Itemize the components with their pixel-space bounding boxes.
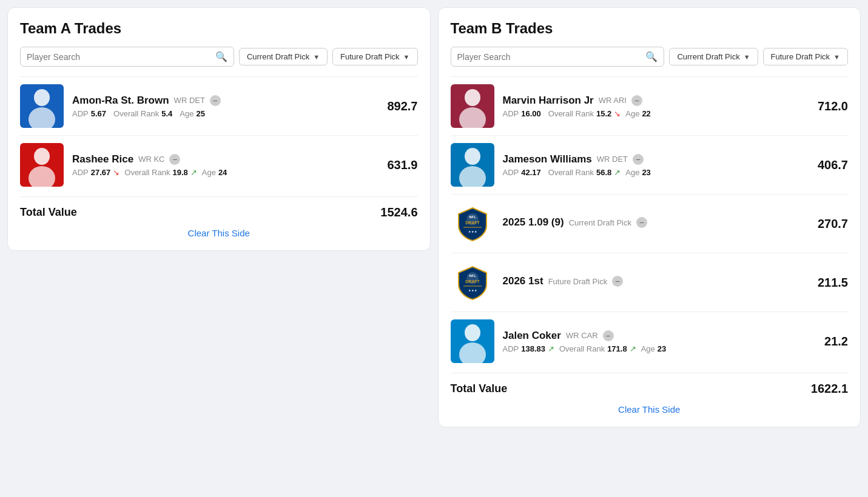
player-row-draft-2025: NFL DRAFT ★ ★ ★ 2025 1.09 (9) Current Dr… — [451, 194, 849, 253]
remove-amon-ra-button[interactable]: – — [210, 95, 221, 106]
player-value-rashee-rice: 631.9 — [382, 158, 418, 172]
player-info-marvin-harrison: Marvin Harrison Jr WR ARI – ADP 16.00 Ov… — [503, 95, 802, 118]
player-name-jameson-williams: Jameson Williams — [503, 153, 592, 165]
player-row-jalen-coker: Jalen Coker WR CAR – ADP 138.83 ↗ Overal… — [451, 312, 849, 370]
draft-info-2026: 2026 1st Future Draft Pick – — [503, 275, 802, 290]
team-b-current-draft-pick-dropdown[interactable]: Current Draft Pick ▼ — [669, 48, 758, 65]
remove-marvin-harrison-button[interactable]: – — [631, 95, 642, 106]
team-a-current-draft-pick-dropdown[interactable]: Current Draft Pick ▼ — [239, 48, 328, 65]
player-value-amon-ra: 892.7 — [382, 99, 418, 113]
team-a-title: Team A Trades — [20, 20, 418, 37]
svg-point-7 — [459, 166, 486, 187]
team-a-search-input[interactable] — [27, 52, 215, 62]
player-pos-amon-ra: WR DET — [174, 96, 205, 105]
chevron-down-icon: ▼ — [313, 53, 320, 61]
draft-pick-type-2025: Current Draft Pick — [569, 218, 631, 227]
player-value-marvin-harrison: 712.0 — [812, 99, 848, 113]
avatar-marvin-harrison — [451, 84, 494, 128]
team-a-clear-button[interactable]: Clear This Side — [20, 228, 418, 238]
player-name-rashee-rice: Rashee Rice — [72, 153, 133, 165]
team-b-title: Team B Trades — [451, 20, 849, 37]
player-value-jalen-coker: 21.2 — [812, 335, 848, 349]
player-silhouette — [20, 84, 64, 128]
rank-trend-down-icon: ↘ — [614, 109, 621, 118]
remove-draft-2026-button[interactable]: – — [612, 276, 623, 287]
player-stats-amon-ra: ADP 5.67 Overall Rank 5.4 Age 25 — [72, 109, 372, 118]
rank-trend-up-icon: ↗ — [190, 168, 197, 177]
remove-jameson-williams-button[interactable]: – — [633, 154, 644, 165]
player-row-marvin-harrison: Marvin Harrison Jr WR ARI – ADP 16.00 Ov… — [451, 76, 849, 135]
rank-trend-up-icon: ↗ — [630, 344, 636, 353]
remove-jalen-coker-button[interactable]: – — [603, 330, 614, 341]
svg-point-17 — [459, 342, 486, 363]
team-a-total-row: Total Value 1524.6 — [20, 196, 418, 219]
draft-value-2025: 270.7 — [812, 217, 848, 231]
avatar-jameson-williams — [451, 143, 494, 187]
draft-pick-name-2026: 2026 1st — [503, 275, 543, 287]
chevron-down-icon: ▼ — [403, 53, 410, 61]
player-stats-jalen-coker: ADP 138.83 ↗ Overall Rank 171.8 ↗ Age 23 — [503, 344, 802, 353]
remove-draft-2025-button[interactable]: – — [636, 217, 647, 228]
team-b-clear-button[interactable]: Clear This Side — [451, 404, 849, 415]
svg-point-3 — [29, 166, 55, 187]
svg-text:★ ★ ★: ★ ★ ★ — [468, 230, 477, 233]
player-info-jameson-williams: Jameson Williams WR DET – ADP 42.17 Over… — [503, 153, 802, 177]
player-silhouette — [451, 143, 494, 187]
adp-trend-down-icon: ↘ — [113, 168, 119, 177]
draft-value-2026: 211.5 — [812, 276, 848, 290]
avatar-amon-ra — [20, 84, 64, 128]
team-b-total-row: Total Value 1622.1 — [451, 373, 849, 396]
team-a-total-label: Total Value — [20, 206, 77, 219]
draft-pick-name-2025: 2025 1.09 (9) — [503, 216, 564, 228]
player-row-rashee-rice: Rashee Rice WR KC – ADP 27.67 ↘ Overall … — [20, 135, 418, 194]
draft-pick-type-2026: Future Draft Pick — [548, 277, 608, 286]
player-silhouette — [20, 143, 64, 187]
chevron-down-icon: ▼ — [744, 53, 750, 61]
svg-point-5 — [459, 107, 486, 128]
player-row-amon-ra: Amon-Ra St. Brown WR DET – ADP 5.67 Over… — [20, 76, 418, 135]
team-a-controls: 🔍 Current Draft Pick ▼ Future Draft Pick… — [20, 47, 418, 67]
player-pos-jameson-williams: WR DET — [597, 155, 628, 164]
svg-text:DRAFT: DRAFT — [465, 221, 480, 225]
team-b-total-value: 1622.1 — [811, 382, 848, 396]
svg-text:DRAFT: DRAFT — [465, 279, 480, 284]
team-b-search-icon: 🔍 — [645, 51, 658, 62]
player-stats-marvin-harrison: ADP 16.00 Overall Rank 15.2 ↘ Age 22 — [503, 109, 802, 118]
team-a-search-box[interactable]: 🔍 — [20, 47, 234, 67]
team-a-total-value: 1524.6 — [380, 205, 417, 219]
svg-text:NFL: NFL — [469, 215, 476, 219]
draft-info-2025: 2025 1.09 (9) Current Draft Pick – — [503, 216, 802, 231]
player-info-amon-ra: Amon-Ra St. Brown WR DET – ADP 5.67 Over… — [72, 95, 372, 118]
svg-point-0 — [34, 89, 50, 106]
svg-point-4 — [465, 89, 480, 106]
team-b-search-box[interactable]: 🔍 — [451, 47, 665, 67]
player-pos-jalen-coker: WR CAR — [566, 331, 598, 340]
team-b-panel: Team B Trades 🔍 Current Draft Pick ▼ Fut… — [438, 7, 861, 427]
remove-rashee-rice-button[interactable]: – — [169, 154, 180, 165]
svg-point-16 — [465, 324, 480, 341]
avatar-jalen-coker — [451, 319, 494, 363]
team-a-search-icon: 🔍 — [215, 51, 227, 62]
player-name-jalen-coker: Jalen Coker — [503, 330, 561, 342]
nfl-draft-shield-icon: NFL DRAFT ★ ★ ★ — [455, 206, 490, 241]
player-value-jameson-williams: 406.7 — [812, 158, 848, 172]
svg-point-6 — [465, 148, 480, 165]
chevron-down-icon: ▼ — [833, 53, 840, 61]
draft-logo-2026: NFL DRAFT ★ ★ ★ — [451, 261, 494, 304]
team-b-total-label: Total Value — [451, 382, 508, 395]
team-a-future-draft-pick-dropdown[interactable]: Future Draft Pick ▼ — [332, 48, 417, 65]
avatar-rashee-rice — [20, 143, 64, 187]
draft-logo-2025: NFL DRAFT ★ ★ ★ — [451, 202, 494, 245]
player-silhouette — [451, 84, 494, 128]
player-stats-rashee-rice: ADP 27.67 ↘ Overall Rank 19.8 ↗ Age 24 — [72, 168, 372, 177]
player-row-jameson-williams: Jameson Williams WR DET – ADP 42.17 Over… — [451, 135, 849, 194]
player-pos-marvin-harrison: WR ARI — [599, 96, 627, 105]
svg-text:★ ★ ★: ★ ★ ★ — [468, 289, 477, 292]
team-a-panel: Team A Trades 🔍 Current Draft Pick ▼ Fut… — [7, 7, 431, 251]
player-info-jalen-coker: Jalen Coker WR CAR – ADP 138.83 ↗ Overal… — [503, 330, 802, 353]
svg-point-1 — [29, 107, 55, 128]
team-b-search-input[interactable] — [457, 52, 646, 62]
player-stats-jameson-williams: ADP 42.17 Overall Rank 56.8 ↗ Age 23 — [503, 168, 802, 177]
player-pos-rashee-rice: WR KC — [138, 155, 164, 164]
team-b-future-draft-pick-dropdown[interactable]: Future Draft Pick ▼ — [763, 48, 848, 65]
